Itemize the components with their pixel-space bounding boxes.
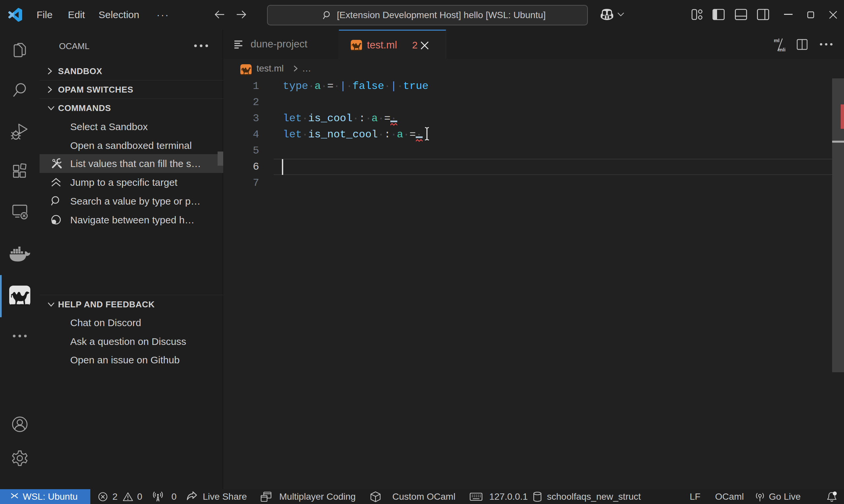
- svg-text:mli: mli: [778, 47, 786, 52]
- svg-text:ml: ml: [774, 38, 780, 43]
